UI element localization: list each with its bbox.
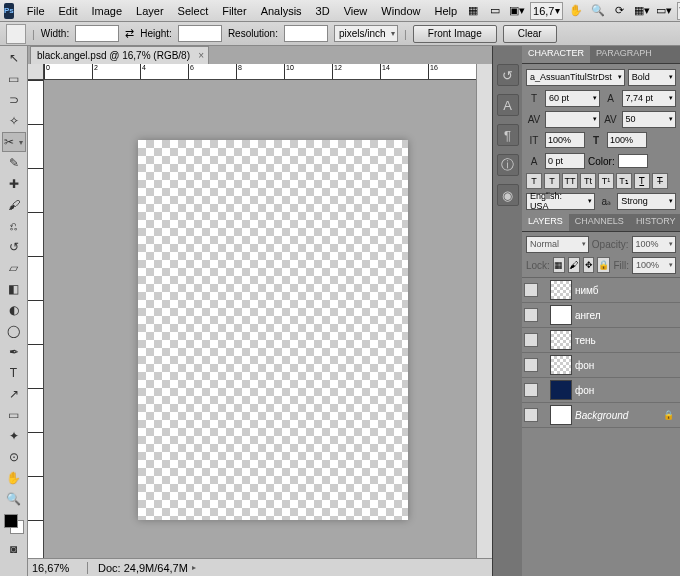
gradient-tool-icon[interactable]: ◧ [2, 279, 26, 299]
menu-window[interactable]: Window [374, 3, 427, 19]
history-panel-icon[interactable]: ↺ [497, 64, 519, 86]
visibility-toggle[interactable] [524, 333, 538, 347]
3d-camera-tool-icon[interactable]: ⊙ [2, 447, 26, 467]
width-input[interactable] [75, 25, 119, 42]
height-input[interactable] [178, 25, 222, 42]
layer-thumbnail[interactable] [550, 305, 572, 325]
marquee-tool-icon[interactable]: ▭ [2, 69, 26, 89]
menu-file[interactable]: File [20, 3, 52, 19]
menu-image[interactable]: Image [85, 3, 130, 19]
allcaps-button[interactable]: TT [562, 173, 578, 189]
layer-thumbnail[interactable] [550, 405, 572, 425]
path-select-tool-icon[interactable]: ↗ [2, 384, 26, 404]
menu-filter[interactable]: Filter [215, 3, 253, 19]
text-color-swatch[interactable] [618, 154, 648, 168]
lock-transparency-button[interactable]: ▦ [553, 257, 565, 273]
scrollbar-vertical[interactable] [476, 64, 492, 560]
visibility-toggle[interactable] [524, 308, 538, 322]
tab-paragraph[interactable]: PARAGRAPH [590, 46, 658, 63]
pen-tool-icon[interactable]: ✒ [2, 342, 26, 362]
opacity-select[interactable]: 100% [632, 236, 677, 253]
blur-tool-icon[interactable]: ◐ [2, 300, 26, 320]
chevron-right-icon[interactable]: ▸ [192, 563, 196, 572]
canvas[interactable] [138, 140, 408, 520]
tab-layers[interactable]: LAYERS [522, 214, 569, 231]
healing-tool-icon[interactable]: ✚ [2, 174, 26, 194]
menu-select[interactable]: Select [171, 3, 216, 19]
smallcaps-button[interactable]: Tt [580, 173, 596, 189]
layer-row[interactable]: Background🔒 [522, 403, 680, 428]
resolution-units-select[interactable]: pixels/inch [334, 25, 398, 42]
baseline-input[interactable] [545, 153, 585, 169]
lock-pixels-button[interactable]: 🖌 [568, 257, 580, 273]
menu-edit[interactable]: Edit [52, 3, 85, 19]
document-tab[interactable]: black.angel.psd @ 16,7% (RGB/8) [30, 46, 209, 64]
mini-bridge-icon[interactable]: ▭ [486, 2, 504, 20]
lock-all-button[interactable]: 🔒 [597, 257, 610, 273]
layer-name[interactable]: фон [575, 385, 594, 396]
lasso-tool-icon[interactable]: ⊃ [2, 90, 26, 110]
fill-select[interactable]: 100% [632, 257, 676, 274]
layer-name[interactable]: ангел [575, 310, 601, 321]
layer-thumbnail[interactable] [550, 280, 572, 300]
layer-thumbnail[interactable] [550, 330, 572, 350]
layer-thumbnail[interactable] [550, 380, 572, 400]
layer-name[interactable]: фон [575, 360, 594, 371]
ruler-horizontal[interactable]: 024681012141618 [44, 64, 476, 80]
screen-mode-icon[interactable]: ▭▾ [655, 2, 673, 20]
zoom-tool-icon[interactable]: 🔍 [2, 489, 26, 509]
menu-help[interactable]: Help [427, 3, 464, 19]
blend-mode-select[interactable]: Normal [526, 236, 589, 253]
menu-analysis[interactable]: Analysis [254, 3, 309, 19]
tracking-select[interactable]: 50 [622, 111, 677, 128]
swap-icon[interactable]: ⇄ [125, 27, 134, 40]
faux-italic-button[interactable]: T [544, 173, 560, 189]
type-tool-icon[interactable]: T [2, 363, 26, 383]
eyedropper-tool-icon[interactable]: ✎ [2, 153, 26, 173]
move-tool-icon[interactable]: ↖ [2, 48, 26, 68]
info-panel-icon[interactable]: ⓘ [497, 154, 519, 176]
ruler-origin[interactable] [28, 64, 44, 80]
crop-tool-icon[interactable] [6, 24, 26, 44]
shape-tool-icon[interactable]: ▭ [2, 405, 26, 425]
layer-name[interactable]: Background [575, 410, 628, 421]
zoom-level-select[interactable]: 16,7 ▾ [530, 2, 562, 20]
layer-row[interactable]: ангел [522, 303, 680, 328]
font-size-select[interactable]: 60 pt [545, 90, 600, 107]
launch-bridge-icon[interactable]: ▦ [464, 2, 482, 20]
layer-row[interactable]: нимб [522, 278, 680, 303]
status-zoom[interactable]: 16,67% [28, 562, 88, 574]
workspace-select[interactable]: WEB ▾ [677, 2, 681, 20]
quick-select-tool-icon[interactable]: ✧ [2, 111, 26, 131]
kerning-select[interactable] [545, 111, 600, 128]
resolution-input[interactable] [284, 25, 328, 42]
menu-layer[interactable]: Layer [129, 3, 171, 19]
type-panel-icon[interactable]: A [497, 94, 519, 116]
superscript-button[interactable]: T¹ [598, 173, 614, 189]
layer-row[interactable]: фон [522, 353, 680, 378]
layer-name[interactable]: тень [575, 335, 596, 346]
history-brush-tool-icon[interactable]: ↺ [2, 237, 26, 257]
quick-mask-icon[interactable]: ◙ [2, 539, 26, 559]
strikethrough-button[interactable]: T̶ [652, 173, 668, 189]
font-family-select[interactable]: a_AssuanTitulStrDst [526, 69, 625, 86]
visibility-toggle[interactable] [524, 283, 538, 297]
faux-bold-button[interactable]: T [526, 173, 542, 189]
layer-row[interactable]: фон [522, 378, 680, 403]
font-style-select[interactable]: Bold [628, 69, 676, 86]
rotate-view-icon[interactable]: ⟳ [611, 2, 629, 20]
menu-view[interactable]: View [337, 3, 375, 19]
arrange-docs-icon[interactable]: ▦▾ [633, 2, 651, 20]
styles-panel-icon[interactable]: ¶ [497, 124, 519, 146]
leading-select[interactable]: 7,74 pt [622, 90, 677, 107]
brush-tool-icon[interactable]: 🖌 [2, 195, 26, 215]
tab-channels[interactable]: CHANNELS [569, 214, 630, 231]
subscript-button[interactable]: T₁ [616, 173, 632, 189]
lock-position-button[interactable]: ✥ [583, 257, 595, 273]
menu-3d[interactable]: 3D [309, 3, 337, 19]
clear-button[interactable]: Clear [503, 25, 557, 43]
crop-tool-icon[interactable]: ✂ [2, 132, 26, 152]
hand-icon[interactable]: ✋ [567, 2, 585, 20]
tab-character[interactable]: CHARACTER [522, 46, 590, 63]
dodge-tool-icon[interactable]: ◯ [2, 321, 26, 341]
